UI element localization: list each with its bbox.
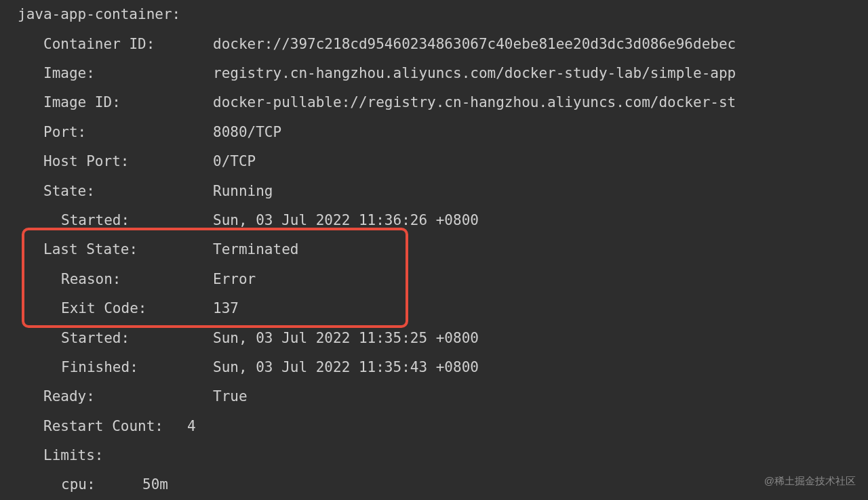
ready-label: Ready: <box>43 383 213 411</box>
reason-line: Reason: Error <box>0 265 868 294</box>
port-value: 8080/TCP <box>213 119 281 146</box>
container-name: java-app-container: <box>18 1 180 28</box>
image-label: Image: <box>43 60 213 87</box>
host-port-line: Host Port: 0/TCP <box>0 147 868 176</box>
cpu-value: 50m <box>142 471 168 499</box>
last-started-label: Started: <box>61 325 213 352</box>
state-label: State: <box>43 178 213 205</box>
restart-count-line: Restart Count: 4 <box>0 411 868 440</box>
exit-code-label: Exit Code: <box>61 295 213 322</box>
ready-value: True <box>213 383 248 411</box>
state-started-label: Started: <box>61 207 213 234</box>
host-port-label: Host Port: <box>43 148 213 175</box>
last-state-value: Terminated <box>213 236 298 264</box>
cpu-line: cpu: 50m <box>0 470 868 499</box>
ready-line: Ready: True <box>0 382 868 411</box>
image-id-line: Image ID: docker-pullable://registry.cn-… <box>0 88 868 117</box>
state-started-value: Sun, 03 Jul 2022 11:36:26 +0800 <box>213 207 479 234</box>
last-started-line: Started: Sun, 03 Jul 2022 11:35:25 +0800 <box>0 323 868 352</box>
reason-label: Reason: <box>61 266 213 293</box>
last-state-label: Last State: <box>43 236 213 264</box>
container-name-line: java-app-container: <box>0 0 868 29</box>
restart-count-label: Restart Count: <box>43 413 187 440</box>
container-id-line: Container ID: docker://397c218cd95460234… <box>0 29 868 58</box>
image-id-label: Image ID: <box>43 89 213 117</box>
exit-code-value: 137 <box>213 295 239 322</box>
cpu-label: cpu: <box>61 471 142 499</box>
restart-count-value: 4 <box>187 413 196 440</box>
image-line: Image: registry.cn-hangzhou.aliyuncs.com… <box>0 59 868 88</box>
last-state-line: Last State: Terminated <box>0 235 868 264</box>
port-label: Port: <box>43 119 213 146</box>
finished-line: Finished: Sun, 03 Jul 2022 11:35:43 +080… <box>0 353 868 382</box>
image-value: registry.cn-hangzhou.aliyuncs.com/docker… <box>213 60 736 87</box>
exit-code-line: Exit Code: 137 <box>0 294 868 323</box>
watermark-text: @稀土掘金技术社区 <box>764 471 856 491</box>
state-line: State: Running <box>0 176 868 205</box>
container-id-label: Container ID: <box>43 30 213 58</box>
state-started-line: Started: Sun, 03 Jul 2022 11:36:26 +0800 <box>0 206 868 235</box>
state-value: Running <box>213 178 273 205</box>
finished-value: Sun, 03 Jul 2022 11:35:43 +0800 <box>213 354 479 381</box>
image-id-value: docker-pullable://registry.cn-hangzhou.a… <box>213 89 736 117</box>
limits-label: Limits: <box>43 442 104 470</box>
port-line: Port: 8080/TCP <box>0 118 868 147</box>
last-started-value: Sun, 03 Jul 2022 11:35:25 +0800 <box>213 325 479 352</box>
limits-line: Limits: <box>0 441 868 470</box>
reason-value: Error <box>213 266 256 293</box>
finished-label: Finished: <box>61 354 213 381</box>
host-port-value: 0/TCP <box>213 148 256 175</box>
terminal-output: java-app-container: Container ID: docker… <box>0 0 868 500</box>
container-id-value: docker://397c218cd95460234863067c40ebe81… <box>213 30 736 58</box>
